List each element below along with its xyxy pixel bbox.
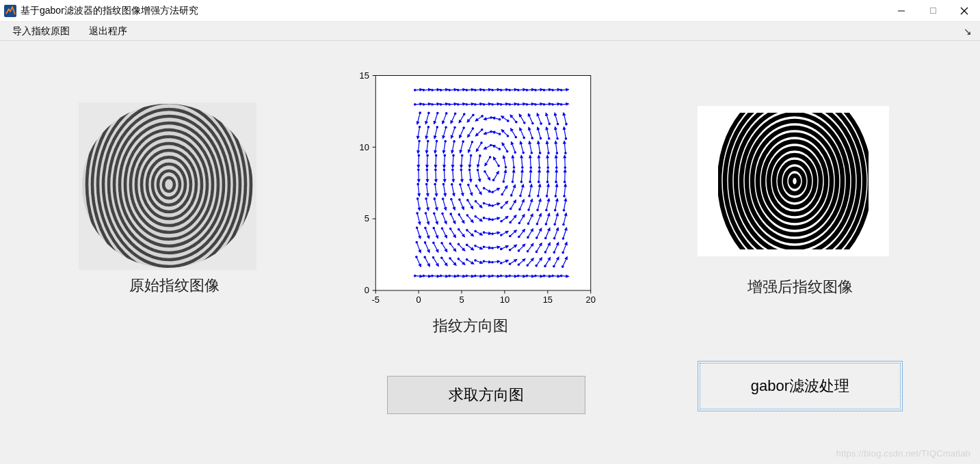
svg-point-388 <box>539 152 540 154</box>
watermark-text: https://blog.csdn.net/TIQCmatlab <box>836 448 970 459</box>
svg-point-134 <box>527 251 528 252</box>
svg-point-504 <box>414 90 416 91</box>
svg-point-532 <box>535 90 536 91</box>
svg-point-166 <box>509 235 511 236</box>
svg-point-224 <box>451 198 452 200</box>
toolbar-dropdown-icon[interactable]: ↘ <box>964 26 972 37</box>
svg-point-486 <box>492 104 493 105</box>
svg-point-256 <box>434 183 436 185</box>
svg-point-124 <box>483 246 484 247</box>
svg-point-210 <box>545 223 546 225</box>
svg-point-122 <box>475 245 476 247</box>
svg-point-102 <box>544 265 546 267</box>
svg-point-460 <box>540 123 542 124</box>
svg-point-382 <box>514 152 516 153</box>
raw-fingerprint-panel: 原始指纹图像 <box>79 103 270 296</box>
svg-point-52 <box>483 275 484 276</box>
svg-point-270 <box>492 191 493 193</box>
maximize-button[interactable] <box>917 0 949 21</box>
svg-point-356 <box>556 167 557 168</box>
raw-fingerprint-caption: 原始指纹图像 <box>79 275 270 296</box>
svg-point-404 <box>454 126 455 128</box>
svg-point-130 <box>509 249 510 251</box>
svg-point-66 <box>543 275 544 276</box>
svg-point-208 <box>536 223 538 224</box>
svg-point-516 <box>466 90 467 91</box>
svg-point-234 <box>492 205 493 206</box>
menu-exit-program[interactable]: 退出程序 <box>82 24 134 39</box>
svg-point-346 <box>513 167 514 168</box>
svg-point-438 <box>446 113 447 114</box>
svg-point-290 <box>426 169 427 170</box>
svg-point-308 <box>503 181 504 182</box>
svg-point-448 <box>490 117 492 118</box>
svg-point-172 <box>536 237 538 238</box>
svg-point-458 <box>532 122 533 124</box>
svg-point-474 <box>440 104 441 105</box>
svg-point-488 <box>500 104 501 105</box>
svg-point-158 <box>475 230 476 232</box>
svg-point-132 <box>518 250 519 251</box>
svg-point-510 <box>440 90 441 91</box>
svg-point-306 <box>492 179 494 180</box>
svg-point-456 <box>524 122 525 123</box>
svg-point-352 <box>539 167 540 168</box>
svg-point-414 <box>499 133 500 135</box>
svg-point-406 <box>463 127 464 128</box>
svg-point-364 <box>436 140 437 141</box>
svg-point-80 <box>449 258 451 259</box>
svg-point-248 <box>555 209 556 210</box>
svg-point-470 <box>423 104 424 105</box>
orientation-axes[interactable]: -5 0 5 10 15 20 0 5 10 15 <box>327 63 614 316</box>
svg-point-40 <box>432 275 433 276</box>
raw-fingerprint-image <box>79 103 256 270</box>
svg-point-378 <box>499 148 500 150</box>
svg-point-106 <box>562 266 564 267</box>
gabor-filter-button[interactable]: gabor滤波处理 <box>698 361 903 411</box>
title-bar: 基于gabor滤波器的指纹图像增强方法研究 <box>0 0 980 22</box>
svg-point-536 <box>552 90 553 91</box>
svg-point-244 <box>537 209 538 210</box>
svg-point-508 <box>432 90 433 91</box>
svg-point-522 <box>492 90 493 91</box>
svg-point-96 <box>518 264 519 265</box>
svg-point-494 <box>526 104 527 105</box>
svg-point-408 <box>472 128 473 129</box>
svg-point-206 <box>527 223 529 224</box>
close-button[interactable] <box>949 0 980 21</box>
ytick-2: 10 <box>360 142 369 152</box>
enhanced-fingerprint-image <box>698 106 889 256</box>
ytick-3: 15 <box>360 70 369 81</box>
svg-point-490 <box>509 104 510 105</box>
svg-point-464 <box>557 123 558 124</box>
svg-point-446 <box>481 115 483 117</box>
svg-point-150 <box>441 228 442 229</box>
svg-point-416 <box>507 135 508 137</box>
svg-point-368 <box>453 141 455 142</box>
compute-orientation-button[interactable]: 求取方向图 <box>387 376 585 414</box>
svg-point-324 <box>418 154 419 156</box>
svg-point-354 <box>547 167 548 168</box>
svg-point-90 <box>492 262 493 263</box>
svg-point-468 <box>414 104 416 105</box>
svg-point-498 <box>543 104 544 105</box>
svg-point-174 <box>545 237 546 238</box>
svg-point-148 <box>433 228 434 229</box>
minimize-button[interactable] <box>886 0 917 21</box>
gabor-filter-label: gabor滤波处理 <box>751 376 849 396</box>
svg-point-266 <box>475 185 477 187</box>
svg-point-420 <box>523 137 525 138</box>
svg-point-450 <box>499 118 500 120</box>
svg-point-156 <box>466 230 468 231</box>
svg-point-218 <box>425 198 427 200</box>
svg-point-78 <box>441 257 442 258</box>
svg-point-402 <box>445 126 447 128</box>
svg-point-340 <box>489 156 490 158</box>
menu-import-original[interactable]: 导入指纹原图 <box>5 24 77 39</box>
svg-point-56 <box>500 275 501 276</box>
svg-point-196 <box>483 217 484 219</box>
svg-point-370 <box>462 141 464 142</box>
svg-point-272 <box>501 193 503 195</box>
svg-point-68 <box>552 275 553 276</box>
menu-bar: 导入指纹原图 退出程序 ↘ <box>0 22 980 41</box>
